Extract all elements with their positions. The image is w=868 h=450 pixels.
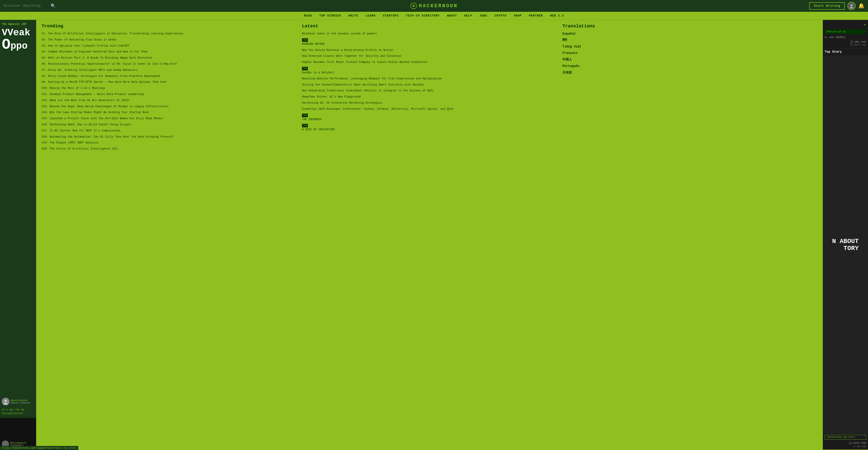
url-bar: https://hackernoon.com/tagged/hackernoon… [0,446,78,450]
sidebar-author-handle: @andreydido [11,399,30,402]
latest-header: Latest [302,24,557,29]
nav-partner[interactable]: PARTNER [529,14,543,18]
list-item[interactable]: #17- Is AI Content Bad for SEO? It's Com… [41,129,297,133]
list-item[interactable]: Boldness takes in the dynamic system of … [302,32,557,36]
headphone-icon: 🎧 [850,40,853,43]
nav-jobs[interactable]: JOBS [479,14,487,18]
sidebar-author2-handle: @djcampbell [10,442,27,444]
list-item[interactable]: #12- What are the Best Free AI Art Gener… [41,99,297,103]
list-item[interactable]: Why You Should Maintain a Relationship P… [302,49,557,52]
translations-column: Translations Español हिंदी Tiếng Việt Fr… [562,24,817,446]
notification-bell-icon[interactable]: 🔔 [858,3,864,9]
right-panel: ✏️ #future-of-ai o, our model) 🎧 10m rea… [823,20,868,450]
list-item[interactable]: TAGRUNNING WATERS [302,38,557,46]
avatar[interactable] [847,2,856,10]
list-item[interactable]: #10- Making the Most of 1-on-1 Meetings [41,86,297,90]
list-item[interactable]: TAGA NOTE OF INVITATION [302,123,557,132]
svg-point-3 [850,7,853,8]
nav-learn[interactable]: LEARN [366,14,375,18]
right-panel-top: ✏️ [823,20,868,29]
list-item[interactable]: TAGDevOps in a Nutshell [302,66,557,75]
svg-point-5 [4,403,8,404]
right-timestamp2: a day ago [823,445,868,450]
list-item[interactable]: 日本語 [562,71,817,75]
right-read-time2: 🎧 147m read [823,441,868,445]
list-item[interactable]: Tiếng Việt [562,45,817,49]
list-item[interactable]: #18- Automating the Automation: Can AI F… [41,135,297,139]
list-item[interactable]: #20- The Future of Artificial Intelligen… [41,147,297,151]
nav-top-stories[interactable]: TOP STORIES [319,14,341,18]
main-content-wrapper: The Apecoin (AP VVeak Oppo @andreydido A… [0,20,868,450]
secondary-navigation: READ TOP STORIES WRITE LEARN STARTUPS TE… [0,12,868,20]
right-panel-desc: o, our model) [823,35,868,40]
list-item[interactable]: Français [562,51,817,55]
list-item[interactable]: Boosting Website Performance: Leveraging… [302,77,557,81]
left-sidebar: The Apecoin (AP VVeak Oppo @andreydido A… [0,20,36,450]
right-read-time: 🎧 10m read [823,40,868,44]
nav-help[interactable]: HELP [464,14,472,18]
list-item[interactable]: #4- Common Mistakes in Engineer-Authored… [41,50,297,54]
right-timestamp: 13 hours ago [823,44,868,48]
list-item[interactable]: #6- Revolutionary Potential Superconduct… [41,62,297,66]
logo-icon [410,2,417,9]
list-item[interactable]: #13- Beyond the Hype: Real-World Challen… [41,105,297,109]
list-item[interactable]: Solving the ConnectTimeoutError When Ver… [302,83,557,87]
nav-web25[interactable]: WEB 2.5 [550,14,564,18]
list-item[interactable]: #1- The Role of Artificial Intelligence … [41,32,297,36]
sidebar-bottom-image: @djcampbell DJCampbell [0,418,36,450]
top-story-image-area: N ABOUTTORY [823,55,868,434]
list-item[interactable]: #5- DeFi on Bitcoin Part 1: A Guide To B… [41,56,297,60]
top-story-header: Top Story [823,48,868,55]
list-item[interactable]: #15- Launched a Project Twice with Two H… [41,117,297,120]
top-story-tag-label[interactable]: #hackernoon-top-story [825,435,866,440]
list-item[interactable]: TAGTHE CRUSADES [302,113,557,121]
svg-point-2 [850,4,852,6]
future-ai-tag[interactable]: #future-of-ai [825,29,866,34]
list-item[interactable]: #14- Why the Lean Startup Model Might Be… [41,111,297,114]
top-story-big-text: N ABOUTTORY [830,236,861,254]
list-item[interactable]: Essential 2023 Developer Conferences: Ox… [302,107,557,111]
list-item[interactable]: #8- Multi-Cloud DevOps: Strategies for S… [41,75,297,78]
list-item[interactable]: PayPal Becomes First Major Fintech Compa… [302,60,557,64]
translations-list: Español हिंदी Tiếng Việt Français 中国人 Po… [562,32,817,75]
list-item[interactable]: #9- Setting Up a MinIO FTP/SFTP Server —… [41,80,297,84]
list-item[interactable]: हिंदी [562,38,817,42]
list-item[interactable]: Harnessing AI: 28 Innovative Marketing S… [302,101,557,105]
nav-startups[interactable]: STARTUPS [383,14,399,18]
nav-read[interactable]: READ [304,14,312,18]
translations-header: Translations [562,24,817,29]
list-item[interactable]: Deepfake Voices: AI's New Playground [302,95,557,99]
list-item[interactable]: #19- The Ripple (XRP) SWOT Analysis [41,141,297,145]
list-item[interactable]: Why Onboarding Traditional Investment Ve… [302,89,557,93]
avatar-icon [849,3,854,8]
list-item[interactable]: #2- The Power of Achieving Flow State in… [41,38,297,42]
nav-tech-co[interactable]: TECH CO DIRECTORY [406,14,440,18]
trending-list: #1- The Role of Artificial Intelligence … [41,32,297,151]
trending-header: Trending [41,24,297,29]
svg-point-1 [413,5,414,7]
list-item[interactable]: How Ethereum Clients Work Together for S… [302,54,557,58]
logo-area[interactable]: HACKERNOON [410,2,458,9]
search-input[interactable] [4,4,49,8]
list-item[interactable]: Español [562,32,817,35]
sidebar-author-avatar [2,398,9,405]
start-writing-button[interactable]: Start Writing [809,2,845,10]
list-item[interactable]: Português [562,64,817,68]
sidebar-author-area: @andreydido Andrey Didovsk [0,396,36,407]
nav-write[interactable]: WRITE [348,14,358,18]
search-button[interactable]: 🔍 [51,3,56,8]
trending-column: Trending #1- The Role of Artificial Inte… [41,24,297,446]
nav-crypto[interactable]: CRYPTO [495,14,506,18]
list-item[interactable]: #3- How to Optimize Your LinkedIn Profil… [41,44,297,48]
search-area: 🔍 [4,3,56,8]
sidebar-article-text: It's Not the Ma Sociopolitical- [0,407,36,416]
list-item[interactable]: 中国人 [562,57,817,61]
nav-shop[interactable]: SHOP [514,14,522,18]
list-item[interactable]: #7- Unity AI: Creating Intelligent NPCs … [41,68,297,72]
latest-column: Latest Boldness takes in the dynamic sys… [302,24,557,446]
sidebar-author-name: Andrey Didovsk [11,402,30,404]
list-item[interactable]: #16- Rethinking Web3: How to Build Faste… [41,123,297,127]
svg-point-4 [4,400,7,402]
list-item[interactable]: #11- Goodbye Product Management - Hello … [41,92,297,96]
nav-about[interactable]: ABOUT [447,14,457,18]
